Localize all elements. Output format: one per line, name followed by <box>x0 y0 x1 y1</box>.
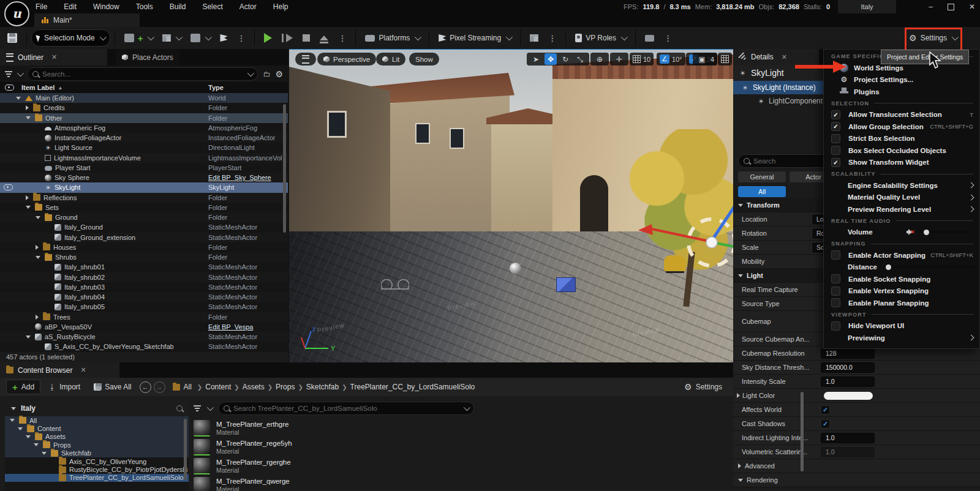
close-tab-icon[interactable]: ✕ <box>51 53 57 61</box>
outliner-row[interactable]: Main (Editor)World <box>0 93 288 103</box>
checkbox-icon[interactable]: ✓ <box>831 110 840 119</box>
volume-slider[interactable] <box>883 266 973 268</box>
details-filter-all[interactable]: All <box>738 186 786 197</box>
filter-chevron-icon[interactable] <box>17 69 24 76</box>
outliner-row[interactable]: LightmassImportanceVolumeLightmassImport… <box>0 153 288 163</box>
breadcrumb-item[interactable]: Props <box>276 383 295 391</box>
asset-list-item[interactable]: M_TreePlanter_qwergeMaterial <box>194 476 728 491</box>
rotate-tool[interactable]: ↻ <box>559 53 571 65</box>
breadcrumb-item[interactable]: TreePlanter_CC_by_LordSamueliSolo <box>350 383 475 391</box>
vp-roles-dropdown[interactable]: VP Roles <box>570 30 631 46</box>
outliner-row[interactable]: Italy_Ground_extensionStaticMeshActor <box>0 233 288 242</box>
menu-item-enable-planar-snapping[interactable]: Enable Planar Snapping <box>824 297 979 309</box>
expander-icon[interactable] <box>36 216 40 219</box>
menu-item-material-quality-level[interactable]: Material Quality Level <box>824 192 979 204</box>
asset-list-item[interactable]: M_TreePlanter_rgergheMaterial <box>194 457 728 476</box>
outliner-row[interactable]: ReflectionsFolder <box>0 193 288 203</box>
expander-icon[interactable] <box>26 206 31 209</box>
expander-icon[interactable] <box>738 204 743 207</box>
scale-tool[interactable]: ⤡ <box>574 53 586 65</box>
import-button[interactable]: ⭳Import <box>43 380 86 394</box>
tab-main-level[interactable]: Main* <box>34 13 140 27</box>
source-collection-header[interactable]: Italy <box>5 400 189 416</box>
expander-icon[interactable] <box>26 105 29 110</box>
expander-icon[interactable] <box>26 435 31 438</box>
add-actor-button[interactable]: + <box>119 30 158 46</box>
property-value-field[interactable]: 128 <box>821 348 875 359</box>
outliner-row[interactable]: Italy_shrub03StaticMeshActor <box>0 282 288 292</box>
expander-icon[interactable] <box>36 315 39 320</box>
outliner-row[interactable]: Italy_GroundStaticMeshActor <box>0 222 288 232</box>
menubar-item-select[interactable]: Select <box>202 2 222 11</box>
details-filter-general[interactable]: General <box>738 171 786 182</box>
lit-dropdown[interactable]: Lit <box>376 53 405 66</box>
maximize-button[interactable] <box>948 4 954 10</box>
filter-icon[interactable] <box>5 71 12 77</box>
expander-icon[interactable] <box>16 97 21 100</box>
expander-icon[interactable] <box>737 393 740 398</box>
tab-place-actors[interactable]: Place Actors <box>116 49 179 66</box>
volume-slider[interactable] <box>920 231 974 233</box>
filter-icon[interactable] <box>194 405 201 411</box>
expander-icon[interactable] <box>42 452 47 455</box>
save-all-button[interactable]: Save All <box>88 380 137 394</box>
expander-icon[interactable] <box>34 443 39 446</box>
menu-item-volume[interactable]: Volume✕ <box>824 227 979 239</box>
property-value-field[interactable]: 150000.0 <box>821 362 875 373</box>
outliner-row[interactable]: ☀Light SourceDirectionalLight <box>0 143 288 152</box>
selection-mode-dropdown[interactable]: Selection Mode <box>31 29 110 47</box>
menubar-item-tools[interactable]: Tools <box>136 2 153 11</box>
expander-icon[interactable] <box>738 479 743 482</box>
toolbar-overflow[interactable]: ⋮ <box>232 30 250 46</box>
viewport-options-button[interactable] <box>295 53 316 66</box>
forward-button[interactable]: → <box>154 381 165 393</box>
expander-icon[interactable] <box>26 335 31 339</box>
camera-speed-control[interactable]: ▣4 <box>693 53 717 66</box>
menu-item-allow-group-selection[interactable]: ✓Allow Group SelectionCTRL+SHIFT+G <box>824 121 979 133</box>
menu-item-enable-actor-snapping[interactable]: Enable Actor SnappingCTRL+SHIFT+K <box>824 249 979 261</box>
menu-item-show-transform-widget[interactable]: ✓Show Transform Widget <box>824 157 979 169</box>
asset-search-input[interactable]: Search TreePlanter_CC_by_LordSamueliSolo <box>218 402 474 415</box>
move-tool[interactable]: ✥ <box>545 53 557 65</box>
outliner-row[interactable]: S_Axis_CC_by_OliverYeung_SketchfabStatic… <box>0 342 288 351</box>
expander-icon[interactable] <box>26 116 31 119</box>
outliner-row[interactable]: Italy_shrub05StaticMeshActor <box>0 302 288 312</box>
back-button[interactable]: ← <box>140 381 151 393</box>
checkbox-icon[interactable] <box>831 287 840 296</box>
outliner-column-header[interactable]: Item Label ▲ Type <box>0 82 288 94</box>
menu-item-engine-scalability-settings[interactable]: Engine Scalability Settings <box>824 179 979 192</box>
expander-icon[interactable] <box>10 419 15 422</box>
expander-icon[interactable] <box>738 274 743 277</box>
folder-tree-item[interactable]: Axis_CC_by_OliverYeung <box>5 457 189 465</box>
close-button[interactable]: ✕ <box>969 0 975 13</box>
multi-user-options[interactable]: ⋮ <box>543 30 561 46</box>
outliner-row[interactable]: CreditsFolder <box>0 103 288 113</box>
cinematics-button[interactable] <box>186 30 215 46</box>
new-folder-icon[interactable]: 🗀 <box>263 70 270 78</box>
checkbox-icon[interactable] <box>831 321 840 331</box>
outliner-row[interactable]: Atmospheric FogAtmosphericFog <box>0 123 288 133</box>
menu-item-distance[interactable]: Distance <box>824 261 979 274</box>
folder-tree-item[interactable]: Props <box>5 441 189 449</box>
checkbox-icon[interactable] <box>831 250 840 260</box>
slider-knob[interactable] <box>886 264 891 270</box>
menu-item-plugins[interactable]: Plugins <box>824 86 979 98</box>
editor-modes-button[interactable] <box>215 30 232 46</box>
close-content-browser-icon[interactable]: ✕ <box>80 366 86 374</box>
frame-skip-button[interactable] <box>277 30 298 46</box>
details-scrollbar[interactable] <box>801 392 804 471</box>
outliner-row[interactable]: ☀SkyLightSkyLight <box>0 182 288 192</box>
breadcrumb-item[interactable]: Assets <box>243 383 265 391</box>
outliner-row[interactable]: GroundFolder <box>0 212 288 222</box>
menu-item-enable-vertex-snapping[interactable]: Enable Vertex Snapping <box>824 285 979 298</box>
add-button[interactable]: +Add <box>6 380 40 394</box>
outliner-row[interactable]: Italy_shrub02StaticMeshActor <box>0 272 288 282</box>
expander-icon[interactable] <box>18 427 23 430</box>
checkbox-icon[interactable]: ✓ <box>831 158 840 167</box>
tab-content-browser[interactable]: Content Browser✕ <box>0 362 119 378</box>
property-checkbox[interactable]: ✓ <box>821 405 830 414</box>
search-chevron-icon[interactable] <box>464 404 470 411</box>
checkbox-icon[interactable]: ✓ <box>831 122 840 131</box>
expander-icon[interactable] <box>36 245 39 250</box>
tree-scrollbar[interactable] <box>184 419 187 480</box>
